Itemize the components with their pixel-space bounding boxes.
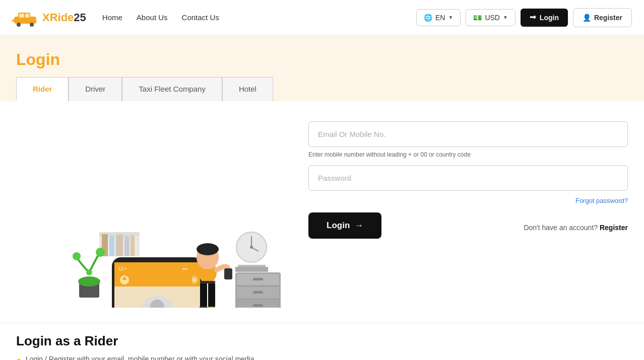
register-link[interactable]: Register [600,224,628,232]
currency-selector[interactable]: 💵 USD ▼ [466,9,515,26]
nav-contact[interactable]: Contact Us [182,13,219,22]
svg-rect-57 [200,281,215,283]
language-selector[interactable]: 🌐 EN ▼ [416,9,461,26]
svg-rect-12 [124,236,130,256]
svg-rect-11 [116,235,123,256]
illustration-area: 11:• ▪▪▪ ⚙ E-mail Password Logi [16,116,288,308]
svg-point-16 [73,252,81,260]
tab-hotel[interactable]: Hotel [222,77,273,101]
svg-rect-5 [25,14,29,18]
login-illustration: 11:• ▪▪▪ ⚙ E-mail Password Logi [19,116,286,308]
login-tabs: Rider Driver Taxi Fleet Company Hotel [16,77,628,101]
logo-text: XRide25 [42,11,86,24]
email-input[interactable] [308,121,628,147]
chevron-down-icon: ▼ [503,15,508,20]
forgot-password-link[interactable]: Forgot password? [308,197,628,204]
arrow-right-icon: → [355,221,363,231]
login-submit-button[interactable]: Login → [308,212,381,239]
svg-point-3 [30,23,34,27]
svg-text:⚙: ⚙ [192,277,197,283]
bottom-section: Login as a Rider ● Login / Register with… [0,323,644,360]
tab-taxi-fleet[interactable]: Taxi Fleet Company [122,77,222,101]
svg-rect-30 [238,265,266,267]
svg-text:▪▪▪: ▪▪▪ [182,266,187,271]
svg-rect-27 [253,278,263,280]
logo[interactable]: XRide25 [12,9,86,27]
globe-icon: 🌐 [424,14,432,22]
svg-point-2 [17,23,21,27]
svg-rect-6 [12,20,15,22]
svg-rect-10 [109,236,114,256]
svg-point-17 [96,248,105,257]
bottom-desc: ● Login / Register with your email, mobi… [16,355,628,360]
svg-rect-13 [131,235,135,256]
navbar: XRide25 Home About Us Contact Us 🌐 EN ▼ … [0,0,644,35]
currency-flag-icon: 💵 [473,14,482,22]
svg-point-56 [207,307,216,308]
svg-rect-29 [253,304,263,307]
nav-links: Home About Us Contact Us [102,13,416,22]
svg-point-39 [123,277,126,280]
svg-text:11:•: 11:• [118,266,126,271]
svg-rect-60 [224,268,232,279]
currency-label: USD [485,14,500,22]
register-row: Don't have an account? Register [524,224,628,232]
page-title: Login [16,50,628,69]
hero-banner: Login Rider Driver Taxi Fleet Company Ho… [0,35,644,101]
chevron-down-icon: ▼ [448,15,453,20]
tab-driver[interactable]: Driver [69,77,122,101]
svg-rect-4 [19,14,24,18]
form-area: Enter mobile number without leading + or… [308,116,628,308]
svg-rect-28 [253,291,263,294]
tab-rider[interactable]: Rider [16,77,69,101]
svg-rect-54 [208,282,215,308]
bullet-icon: ● [16,355,22,360]
logo-car-icon [12,9,38,27]
main-content: 11:• ▪▪▪ ⚙ E-mail Password Logi [0,101,644,323]
svg-point-59 [197,243,219,255]
login-nav-button[interactable]: ⮕ Login [521,9,568,27]
svg-point-15 [78,276,100,286]
register-nav-icon: 👤 [583,14,591,22]
register-nav-button[interactable]: 👤 Register [573,8,632,27]
email-hint: Enter mobile number without leading + or… [308,151,628,158]
nav-home[interactable]: Home [102,13,122,22]
svg-rect-31 [235,267,268,272]
svg-point-18 [86,269,92,275]
nav-about[interactable]: About Us [137,13,168,22]
nav-right: 🌐 EN ▼ 💵 USD ▼ ⮕ Login 👤 Register [416,8,632,27]
lang-label: EN [435,14,445,22]
bottom-title: Login as a Rider [16,333,628,349]
login-nav-icon: ⮕ [530,14,537,22]
svg-rect-53 [200,282,207,308]
password-input[interactable] [308,165,628,191]
